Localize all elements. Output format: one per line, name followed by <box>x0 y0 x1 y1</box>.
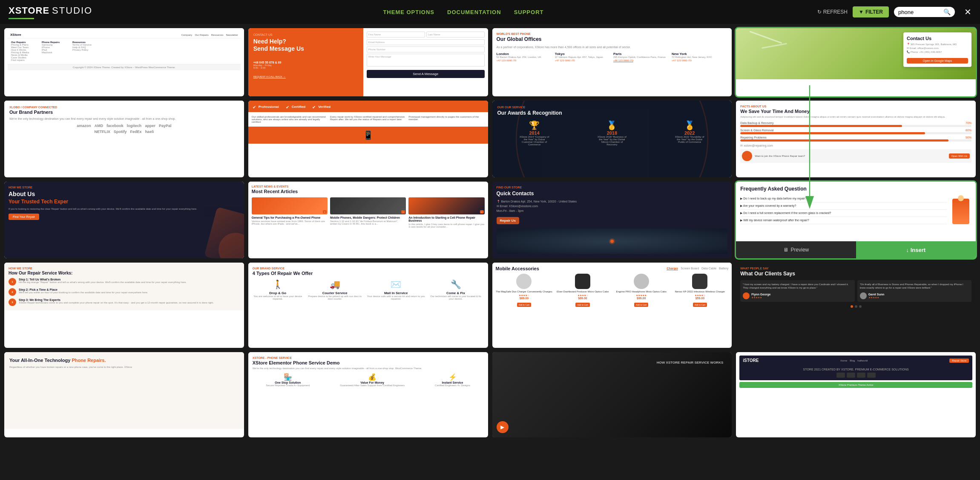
we-save-tag: FACTS ABOUT US <box>740 105 971 108</box>
contact-tag: CONTACT US <box>253 33 358 36</box>
insert-button[interactable]: ↓ Insert <box>856 241 976 258</box>
type-mail: ✉️ Mail In Service Your device safe with… <box>367 279 425 300</box>
open-google-maps-btn[interactable]: Open In Google Maps <box>907 58 968 64</box>
find-repair-btn[interactable]: Find Your Repair <box>9 214 39 220</box>
bar-data-backup: Data Backup & Recovery 70% <box>740 121 971 127</box>
phone-repairs-desc: Regardless of whether you have broken re… <box>9 366 239 368</box>
type-drop-go: 🚶 Drop & Go You are welcome to sit to ha… <box>253 279 303 300</box>
nav-support[interactable]: SUPPORT <box>514 9 544 15</box>
elementor-title: XStore Elementor Phone Service Demo <box>253 360 484 365</box>
add-to-cart-1[interactable]: Add to Cart <box>517 303 531 307</box>
lastname-field: Last Name <box>426 32 485 38</box>
istore-logo: iSTORE <box>743 358 759 363</box>
badges-header: ✔ Professional ✔ Certified ✔ Verified <box>253 105 484 110</box>
brand-logos-2: NETFLIX Spotify FedEx haeli <box>9 130 239 134</box>
office-tokyo: Tokyo 37 Valmem Raputo Apt. 657, Tokyo, … <box>555 52 611 62</box>
card-contact-need-help[interactable]: CONTACT US Need Help?Send Message Us +48… <box>248 28 488 96</box>
we-save-email: ✉ xstore@repairing.com <box>740 144 971 147</box>
contact-title: Need Help?Send Message Us <box>253 38 358 52</box>
article-3: + An Introduction to Starting a Cell Pho… <box>408 197 484 228</box>
card-action-bar: 🖥 Preview ↓ Insert <box>736 241 976 258</box>
play-button[interactable]: ▶ <box>497 421 509 433</box>
card-phone-repairs-dark[interactable]: Your All-In-One Technology Phone Repairs… <box>4 352 244 437</box>
add-to-cart-3[interactable]: Add to Cart <box>634 303 648 307</box>
add-to-cart-4[interactable]: Add to Cart <box>693 303 707 307</box>
type-courier: 🚚 Courier Service Prepare device to be p… <box>306 279 364 300</box>
acc-product-4: Nenso XP-2022 Infectious Wireless Charge… <box>672 274 729 307</box>
card-awards[interactable]: OUR OUR SERVICE Our Awards & Recognition… <box>492 101 732 177</box>
cta-avatar <box>742 151 752 161</box>
card-we-save[interactable]: FACTS ABOUT US We Save Your Time And Mon… <box>736 101 976 177</box>
filter-button[interactable]: ▼ FILTER <box>853 6 889 17</box>
request-callback[interactable]: REQUEST A CALL BACK → <box>253 75 286 78</box>
card-most-recent[interactable]: LATEST NEWS & EVENTS Most Recent Article… <box>248 182 488 258</box>
about-title: About UsYour Trusted Tech Exper <box>9 191 240 205</box>
firstname-field: First Name <box>367 32 425 38</box>
articles-tag: LATEST NEWS & EVENTS <box>252 185 485 188</box>
send-message-btn[interactable]: Send A Message <box>367 70 485 78</box>
testimonial-2: "On finally all of Business is Stores an… <box>857 280 971 302</box>
testimonial-2-stars: ★★★★★ <box>868 296 885 299</box>
preview-icon: 🖥 <box>783 247 788 253</box>
bar-screen-glass: Screen & Glass Removal 80% <box>740 129 971 134</box>
filter-label: FILTER <box>865 9 883 15</box>
filter-icon: ▼ <box>859 9 864 15</box>
elementor-tag: XSTORE - PHONE SERVICE <box>253 356 484 359</box>
about-tag: HOW WE STORE <box>9 186 240 189</box>
we-save-title: We Save Your Time And Money <box>740 109 971 114</box>
contact-phone: 📞 Phone: +51 (481) 446-9067 <box>907 50 968 53</box>
logo-xstore: XSTORE <box>9 5 49 16</box>
contact-us-title: Contact Us <box>907 36 968 41</box>
card-xstore-nav[interactable]: XStore Company Our Repairs Resources New… <box>4 28 244 96</box>
card-global-offices[interactable]: WORLD'S BEST PHONE Our Global Offices As… <box>492 28 732 96</box>
istore-btn[interactable]: Repair Store <box>949 359 969 363</box>
refresh-button[interactable]: ↻ REFRESH <box>817 9 848 15</box>
office-paris: Paris 295 Kinnyon Optick, Confidence Par… <box>613 52 669 62</box>
articles-grid: + General Tips for Purchasing a Pre-Owne… <box>252 197 485 228</box>
awards-items: 🏆 2014 XStore 2014 "Company of the Year"… <box>497 120 727 146</box>
close-button[interactable]: ✕ <box>964 7 971 17</box>
card-quick-contacts[interactable]: FIND OUR STORE Quick Contacts 📍 Barton D… <box>492 182 732 258</box>
insert-label: ↓ Insert <box>906 247 926 253</box>
testimonials-dots <box>740 305 971 308</box>
card-brand-partners[interactable]: XLOBO / COMPANY CONNECTED Our Brand Part… <box>4 101 244 177</box>
accessories-tabs: Charger Screen Board Data Cable Battery <box>667 267 728 270</box>
faq-item-2: ▶ Are your repairs covered by a warranty… <box>740 202 947 210</box>
card-faq[interactable]: Frequently Asked Question ▶ Do I need to… <box>736 182 976 258</box>
contact-panel: Contact Us 📍 365 Prescen Springs 365, Ba… <box>903 32 971 67</box>
about-desc: If you're looking to restoring the clear… <box>9 208 240 210</box>
step-3: 3 Step 3: We Bring The Experts XStore Re… <box>9 298 240 306</box>
quick-email: ✉ Email: XStore@xlostore.com <box>497 205 728 208</box>
card-professional-badges[interactable]: ✔ Professional ✔ Certified ✔ Verified Ou… <box>248 101 488 177</box>
nav: THEME OPTIONS DOCUMENTATION SUPPORT <box>118 9 808 15</box>
card-xstore-elementor[interactable]: XSTORE - PHONE SERVICE XStore Elementor … <box>248 352 488 437</box>
accessories-title: Mobile Accessories <box>496 266 539 271</box>
phone-repairs-title: Your All-In-One Technology Phone Repairs… <box>9 357 239 363</box>
offices-grid: London 52 Barton Drakos Apt. 254, London… <box>497 52 728 62</box>
repair-steps-title: How Our Repair Service Works: <box>9 271 240 275</box>
refresh-icon: ↻ <box>817 9 822 15</box>
card-repair-hands[interactable]: HOW XSTORE REPAIR SERVICE WORKS ▶ <box>492 352 732 437</box>
card-4types-light[interactable]: OUR BRAND SERVICE 4 Types Of Repair We O… <box>248 263 488 348</box>
search-box: 🔍 <box>894 7 955 17</box>
bar-repairing: Repairing Problems 90% <box>740 136 971 142</box>
search-input[interactable] <box>898 9 941 15</box>
card-repair-steps[interactable]: HOW WE STORE How Our Repair Service Work… <box>4 263 244 348</box>
add-to-cart-2[interactable]: Add to Cart <box>575 303 589 307</box>
card-contact-us-map[interactable]: Contact Us 📍 365 Prescen Springs 365, Ba… <box>736 28 976 96</box>
clients-title: What Our Clients Says <box>740 271 971 277</box>
open-position-btn[interactable]: Open With Us <box>949 153 970 159</box>
card-what-clients[interactable]: WHAT PEOPLE SAY What Our Clients Says "I… <box>736 263 976 348</box>
card-about-us[interactable]: HOW WE STORE About UsYour Trusted Tech E… <box>4 182 244 258</box>
brand-desc: We're the only technology destination yo… <box>9 117 239 120</box>
logo[interactable]: XSTORE STUDIO <box>9 5 92 19</box>
card-mobile-accessories[interactable]: Mobile Accessories Charger Screen Board … <box>492 263 732 348</box>
mockup-logo: XStore <box>10 33 21 37</box>
testimonials-row: "I lost my screen and my battery charged… <box>740 280 971 302</box>
nav-documentation[interactable]: DOCUMENTATION <box>447 9 501 15</box>
search-icon[interactable]: 🔍 <box>943 9 951 15</box>
nav-theme-options[interactable]: THEME OPTIONS <box>383 9 434 15</box>
testimonial-1-avatar <box>743 292 750 299</box>
preview-button[interactable]: 🖥 Preview <box>736 241 856 258</box>
card-istore-footer[interactable]: iSTORE Home Blog halfworld Repair Store … <box>736 352 976 437</box>
